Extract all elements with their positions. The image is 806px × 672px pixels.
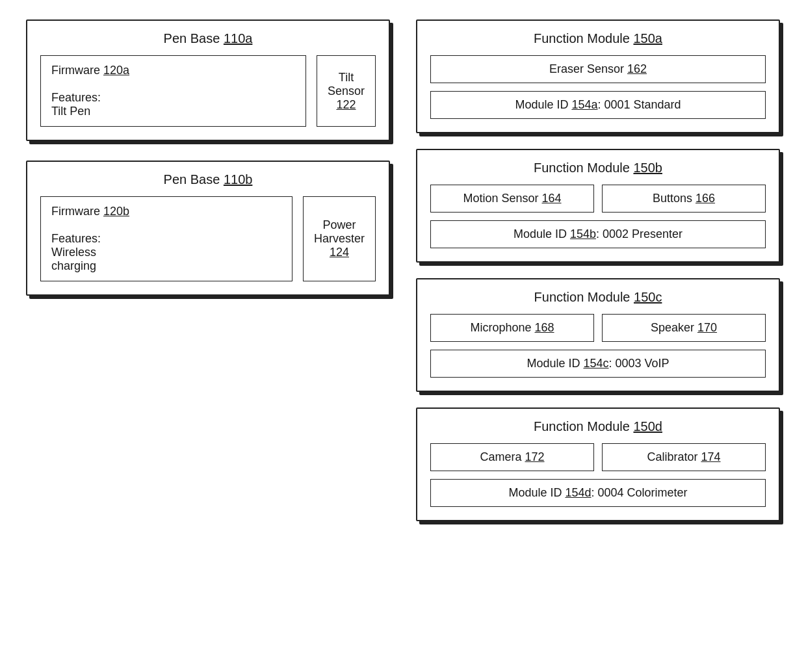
function-module-a-content: Eraser Sensor 162 Module ID 154a: 0001 S… xyxy=(430,55,766,119)
function-module-d-id: Module ID 154d: 0004 Colorimeter xyxy=(430,479,766,507)
function-module-a-components: Eraser Sensor 162 xyxy=(430,55,766,83)
calibrator-box: Calibrator 174 xyxy=(602,443,766,471)
pen-base-b-title: Pen Base 110b xyxy=(40,172,376,187)
speaker-box: Speaker 170 xyxy=(602,314,766,342)
right-column: Function Module 150a Eraser Sensor 162 M… xyxy=(416,19,780,521)
function-module-c-id: Module ID 154c: 0003 VoIP xyxy=(430,350,766,378)
tilt-sensor-label: Tilt Sensor xyxy=(328,71,365,97)
function-module-d: Function Module 150d Camera 172 Calibrat… xyxy=(416,407,780,521)
pen-base-b-ref: 110b xyxy=(224,172,253,187)
pen-base-a: Pen Base 110a Firmware 120a Features: Ti… xyxy=(26,19,390,141)
pen-base-a-inner: Firmware 120a Features: Tilt Pen Tilt Se… xyxy=(40,55,376,127)
pen-base-a-ref: 110a xyxy=(224,31,253,45)
motion-sensor-box: Motion Sensor 164 xyxy=(430,185,594,213)
eraser-sensor-box: Eraser Sensor 162 xyxy=(430,55,766,83)
left-column: Pen Base 110a Firmware 120a Features: Ti… xyxy=(26,19,390,296)
function-module-c: Function Module 150c Microphone 168 Spea… xyxy=(416,278,780,392)
power-harvester-label: Power Harvester xyxy=(314,218,365,245)
pen-base-a-label: Pen Base xyxy=(164,31,224,45)
tilt-sensor-ref: 122 xyxy=(336,98,356,111)
pen-base-a-title: Pen Base 110a xyxy=(40,31,376,46)
function-module-c-title: Function Module 150c xyxy=(430,290,766,305)
function-module-d-components: Camera 172 Calibrator 174 xyxy=(430,443,766,471)
function-module-c-content: Microphone 168 Speaker 170 Module ID 154… xyxy=(430,314,766,378)
function-module-d-title: Function Module 150d xyxy=(430,419,766,434)
tilt-sensor-box: Tilt Sensor 122 xyxy=(317,55,376,127)
function-module-a-id: Module ID 154a: 0001 Standard xyxy=(430,91,766,119)
firmware-b-features: Features: Wireless charging xyxy=(51,232,281,273)
function-module-b-title: Function Module 150b xyxy=(430,161,766,175)
firmware-a-label: Firmware 120a xyxy=(51,64,295,77)
pen-base-b-inner: Firmware 120b Features: Wireless chargin… xyxy=(40,196,376,281)
firmware-a-box: Firmware 120a Features: Tilt Pen xyxy=(40,55,306,127)
function-module-b-content: Motion Sensor 164 Buttons 166 Module ID … xyxy=(430,185,766,248)
firmware-b-box: Firmware 120b Features: Wireless chargin… xyxy=(40,196,292,281)
function-module-d-content: Camera 172 Calibrator 174 Module ID 154d… xyxy=(430,443,766,507)
pen-base-b-label: Pen Base xyxy=(164,172,224,187)
function-module-a-title: Function Module 150a xyxy=(430,31,766,46)
pen-base-b: Pen Base 110b Firmware 120b Features: Wi… xyxy=(26,161,390,296)
diagram: Pen Base 110a Firmware 120a Features: Ti… xyxy=(26,19,780,521)
function-module-a: Function Module 150a Eraser Sensor 162 M… xyxy=(416,19,780,133)
power-harvester-box: Power Harvester 124 xyxy=(303,196,376,281)
function-module-b-id: Module ID 154b: 0002 Presenter xyxy=(430,220,766,248)
function-module-b-components: Motion Sensor 164 Buttons 166 xyxy=(430,185,766,213)
camera-box: Camera 172 xyxy=(430,443,594,471)
firmware-a-features: Features: Tilt Pen xyxy=(51,91,295,118)
microphone-box: Microphone 168 xyxy=(430,314,594,342)
power-harvester-ref: 124 xyxy=(330,246,349,259)
firmware-b-label: Firmware 120b xyxy=(51,205,281,218)
buttons-box: Buttons 166 xyxy=(602,185,766,213)
function-module-c-components: Microphone 168 Speaker 170 xyxy=(430,314,766,342)
function-module-b: Function Module 150b Motion Sensor 164 B… xyxy=(416,149,780,263)
